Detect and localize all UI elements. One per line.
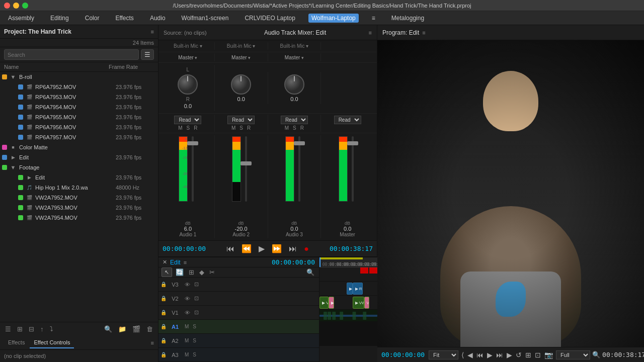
lock-icon-a1[interactable]: 🔒 — [160, 324, 167, 329]
new-item-btn[interactable]: 🎬 — [130, 324, 142, 334]
mute-btn-a2[interactable]: M — [184, 338, 190, 343]
work-area-bar[interactable] — [319, 257, 363, 259]
fader-thumb-3[interactable] — [294, 141, 305, 145]
maximize-button[interactable] — [22, 3, 28, 9]
tab-effect-controls[interactable]: Effect Controls — [30, 337, 74, 348]
freeform-view-btn[interactable]: ⊟ — [27, 324, 36, 334]
mute-btn-a3[interactable]: M — [184, 352, 190, 357]
program-timecode-left[interactable]: 00:00:00:00 — [381, 351, 425, 358]
rec-btn-3[interactable]: R — [299, 125, 305, 131]
list-item[interactable]: 🎬 RP6A7952.MOV 23.976 fps — [16, 82, 158, 92]
clip-vw2a7955[interactable]: ▶ VW2A7955.MOV — [319, 297, 329, 309]
fader-track-3[interactable] — [298, 136, 300, 202]
pan-knob-1[interactable] — [177, 74, 198, 95]
fader-thumb-1[interactable] — [187, 141, 198, 145]
fader-thumb-master[interactable] — [347, 141, 358, 145]
razor-btn[interactable]: ✂ — [208, 267, 216, 277]
mute-btn-a1[interactable]: M — [184, 324, 190, 329]
close-timeline-icon[interactable]: ✕ — [163, 259, 167, 265]
step-back-btn[interactable]: ⏪ — [239, 243, 254, 254]
lock-icon-v3[interactable]: 🔒 — [160, 282, 167, 287]
step-fwd-btn[interactable]: ⏩ — [270, 243, 284, 254]
effects-menu-icon[interactable]: ≡ — [151, 340, 154, 346]
master-dropdown-1[interactable]: Master ▾ — [162, 53, 215, 61]
master-dropdown-3[interactable]: Master ▾ — [268, 53, 321, 61]
read-dropdown-2[interactable]: Read — [227, 116, 255, 124]
record-btn[interactable]: ● — [302, 243, 311, 254]
full-dropdown[interactable]: Full Half Quarter — [556, 350, 590, 359]
rec-btn-2[interactable]: R — [246, 125, 252, 131]
list-item[interactable]: 🎬 VW2A7953.MOV 23.976 fps — [16, 203, 158, 213]
menu-wolfman-laptop[interactable]: Wolfman-Laptop — [308, 14, 359, 23]
new-bin-btn[interactable]: 📁 — [116, 324, 128, 334]
mute-btn-3[interactable]: M — [284, 125, 290, 131]
clip-rp6a7957[interactable]: ▶ RP6A7957.MOV — [353, 283, 363, 295]
play-stop-btn[interactable]: ▶ — [486, 350, 494, 360]
list-item[interactable]: 🎬 VW2A7954.MOV 23.976 fps — [16, 213, 158, 223]
go-to-out-btn[interactable]: ⏭ — [287, 243, 299, 254]
col-name-header[interactable]: Name — [4, 64, 109, 70]
selection-tool[interactable]: ↖ — [162, 267, 172, 277]
clip-vw2[interactable]: VW2 — [364, 297, 369, 309]
fit-dropdown[interactable]: Fit 25% 50% 75% 100% — [429, 350, 458, 359]
menu-editing[interactable]: Editing — [47, 14, 72, 23]
menu-assembly[interactable]: Assembly — [5, 14, 37, 23]
go-to-out-btn[interactable]: ⏭ — [495, 350, 504, 360]
extract-btn[interactable]: ◆ — [198, 267, 206, 277]
sync-btn-v1[interactable]: ⊡ — [193, 309, 200, 316]
play-btn[interactable]: ▶ — [257, 243, 267, 254]
eye-btn-v3[interactable]: 👁 — [184, 282, 191, 288]
list-item[interactable]: ▼ B-roll — [0, 72, 158, 82]
go-to-in-btn[interactable]: ⏮ — [475, 350, 485, 360]
minimize-button[interactable] — [13, 3, 19, 9]
clear-btn[interactable]: 🗑 — [144, 324, 155, 334]
read-dropdown-3[interactable]: Read — [281, 116, 308, 124]
tab-effects[interactable]: Effects — [4, 337, 29, 348]
sort-btn[interactable]: ↑ — [38, 324, 46, 334]
lock-icon-v2[interactable]: 🔒 — [160, 296, 167, 301]
loop-btn[interactable]: ↺ — [515, 350, 523, 360]
menu-metalogging[interactable]: Metalogging — [388, 14, 427, 23]
fader-track-1[interactable] — [192, 136, 194, 202]
pan-knob-3[interactable] — [284, 74, 305, 95]
eye-btn-v2[interactable]: 👁 — [184, 296, 191, 302]
list-item[interactable]: 🎵 Hip Hop 1 Mix 2.0.wa 48000 Hz — [16, 183, 158, 193]
mute-btn-1[interactable]: M — [177, 125, 183, 131]
fader-track-2[interactable] — [245, 136, 247, 202]
zoom-in-btn[interactable]: 🔍 — [305, 267, 316, 277]
search-input[interactable] — [4, 49, 139, 60]
step-back-frame-btn[interactable]: ◀ — [466, 350, 474, 360]
step-fwd-frame-btn[interactable]: ▶ — [506, 350, 513, 360]
audio-time-in[interactable]: 00:00:00:00 — [163, 245, 206, 252]
lock-icon-a2[interactable]: 🔒 — [160, 338, 167, 343]
menu-wolfman1[interactable]: Wolfman1-screen — [179, 14, 232, 23]
eye-btn-v1[interactable]: 👁 — [184, 310, 191, 316]
menu-color[interactable]: Color — [82, 14, 103, 23]
menu-audio[interactable]: Audio — [147, 14, 169, 23]
list-item[interactable]: ▶ Edit 23.976 fps — [16, 172, 158, 183]
icon-view-btn[interactable]: ⊞ — [15, 324, 25, 334]
sync-btn-v2[interactable]: ⊡ — [193, 295, 200, 302]
solo-btn-2[interactable]: S — [238, 125, 244, 131]
list-item[interactable]: 🎬 RP6A7957.MOV 23.976 fps — [16, 132, 158, 142]
solo-btn-1[interactable]: S — [186, 125, 191, 131]
clip-rp6a7955[interactable]: ▶ RP6A7955 — [347, 283, 353, 295]
go-to-in-btn[interactable]: ⏮ — [224, 243, 236, 254]
rec-btn-1[interactable]: R — [193, 125, 198, 131]
mark-in-btn[interactable]: ⟨ — [460, 350, 465, 360]
lift-btn[interactable]: ⊞ — [187, 267, 196, 277]
fader-track-master[interactable] — [352, 136, 354, 202]
list-item[interactable]: 🎬 RP6A7953.MOV 23.976 fps — [16, 92, 158, 102]
ripple-delete-btn[interactable]: 🔄 — [174, 267, 185, 277]
program-menu-icon[interactable]: ≡ — [422, 30, 425, 36]
list-item[interactable]: ▼ Footage — [0, 162, 158, 172]
list-view-btn[interactable]: ☰ — [3, 324, 13, 334]
clip-vw2a79[interactable]: ▶ VW2A79 — [329, 297, 334, 309]
project-menu-icon[interactable]: ≡ — [151, 29, 154, 35]
menu-settings-icon[interactable]: ≡ — [369, 14, 378, 23]
read-dropdown-1[interactable]: Read — [174, 116, 201, 124]
sync-btn-v3[interactable]: ⊡ — [193, 281, 200, 288]
output-btn[interactable]: ⊡ — [534, 350, 542, 360]
list-view-button[interactable]: ☰ — [141, 49, 154, 60]
solo-btn-a2[interactable]: S — [192, 338, 197, 343]
